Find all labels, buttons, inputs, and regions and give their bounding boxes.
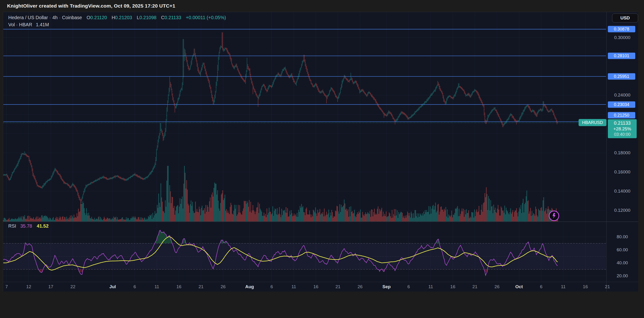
rsi-tick-label: 60.00 bbox=[606, 247, 638, 252]
price-tick-label: 0.18000 bbox=[606, 150, 638, 155]
legend-symbol: Hedera / US Dollar bbox=[8, 15, 48, 20]
time-tick-label: 6 bbox=[270, 284, 273, 289]
ohlc-change-value: +0.00011 (+0.05%) bbox=[182, 15, 226, 20]
time-tick-label: 17 bbox=[48, 284, 53, 289]
legend-separator: · bbox=[58, 15, 62, 20]
rsi-ma-value: 41.52 bbox=[34, 223, 49, 229]
price-tick-label: 0.14000 bbox=[606, 189, 638, 194]
rsi-legend: RSI 35.78 41.52 bbox=[8, 223, 49, 229]
time-tick-label: 22 bbox=[70, 284, 75, 289]
time-tick-label: 26 bbox=[221, 284, 226, 289]
price-tick-label: 0.16000 bbox=[606, 170, 638, 175]
currency-toggle-button[interactable]: USD bbox=[612, 14, 638, 23]
time-tick-label: 21 bbox=[198, 284, 204, 289]
chart-widget[interactable]: Hedera / US Dollar·4h·Coinbase O0.21120 … bbox=[3, 12, 638, 291]
candle-countdown: 03:40:00 bbox=[608, 132, 637, 137]
time-tick-label: 6 bbox=[540, 284, 542, 289]
ohlc-low-label: L bbox=[134, 15, 140, 20]
time-tick-label: 16 bbox=[176, 284, 182, 289]
ohlc-close-label: C bbox=[158, 15, 164, 20]
price-chart-svg[interactable] bbox=[3, 12, 638, 292]
ohlc-open-value: 0.21120 bbox=[90, 15, 107, 20]
footer-bar: TradingView bbox=[0, 291, 644, 318]
volume-label: Vol · HBAR bbox=[8, 22, 32, 27]
legend-interval[interactable]: 4h bbox=[52, 15, 58, 20]
time-axis[interactable]: 7121722Jul611162126Aug611162126Sep611162… bbox=[3, 282, 638, 292]
time-tick-label: 11 bbox=[154, 284, 159, 289]
page: KnightOliver created with TradingView.co… bbox=[0, 0, 644, 318]
time-tick-label: 11 bbox=[561, 284, 566, 289]
volume-value: 1.41M bbox=[34, 22, 49, 27]
time-tick-label: Aug bbox=[245, 284, 254, 289]
time-tick-label: 11 bbox=[292, 284, 296, 289]
price-tick-label: 0.30000 bbox=[606, 35, 638, 40]
time-tick-label: 16 bbox=[583, 284, 588, 289]
last-price-box: 0.21133 +28.25% 03:40:00 bbox=[608, 119, 637, 138]
time-tick-label: Sep bbox=[382, 284, 391, 289]
ohlc-high-label: H bbox=[108, 15, 115, 20]
time-tick-label: 6 bbox=[134, 284, 136, 289]
legend-exchange: Coinbase bbox=[62, 15, 82, 20]
symbol-legend: Hedera / US Dollar·4h·Coinbase O0.21120 … bbox=[8, 15, 226, 20]
attribution-bar: KnightOliver created with TradingView.co… bbox=[7, 0, 175, 12]
ohlc-close-value: 0.21133 bbox=[164, 15, 181, 20]
lightning-button[interactable] bbox=[549, 211, 559, 221]
lightning-bolt-icon bbox=[552, 213, 556, 219]
ohlc-high-value: 0.21203 bbox=[115, 15, 132, 20]
price-tick-label: 0.12000 bbox=[606, 208, 638, 213]
time-tick-label: 16 bbox=[313, 284, 318, 289]
price-tick-label: 0.24000 bbox=[606, 92, 638, 98]
time-tick-label: 21 bbox=[472, 284, 478, 289]
rsi-tick-label: 80.00 bbox=[606, 234, 638, 239]
volume-legend: Vol · HBAR 1.41M bbox=[8, 22, 49, 28]
ohlc-low-value: 0.21098 bbox=[140, 15, 156, 20]
ohlc-open-label: O bbox=[84, 15, 90, 20]
time-tick-label: 21 bbox=[336, 284, 340, 289]
time-tick-label: 6 bbox=[407, 284, 410, 289]
legend-separator: · bbox=[48, 15, 52, 20]
last-change-pct: +28.25% bbox=[608, 126, 637, 132]
attribution-text: KnightOliver created with TradingView.co… bbox=[7, 3, 175, 9]
price-level-badge: 0.30878 bbox=[608, 26, 635, 32]
symbol-price-tag: HBARUSD bbox=[578, 119, 606, 126]
time-tick-label: 12 bbox=[26, 284, 31, 289]
price-level-badge: 0.23034 bbox=[608, 101, 635, 108]
price-level-badge: 0.21250 bbox=[608, 112, 635, 118]
rsi-name: RSI bbox=[8, 223, 16, 229]
price-axis[interactable]: USD 0.300000.240000.180000.160000.140000… bbox=[606, 12, 638, 282]
time-tick-label: 26 bbox=[358, 284, 362, 289]
time-tick-label: 11 bbox=[428, 284, 433, 289]
rsi-value: 35.78 bbox=[18, 223, 32, 229]
rsi-tick-label: 40.00 bbox=[606, 260, 638, 265]
time-tick-label: 7 bbox=[6, 284, 8, 289]
rsi-tick-label: 20.00 bbox=[606, 273, 638, 278]
price-level-badge: 0.28101 bbox=[608, 53, 635, 59]
price-level-badge: 0.25951 bbox=[608, 73, 635, 80]
time-tick-label: 16 bbox=[450, 284, 455, 289]
time-tick-label: 21 bbox=[605, 284, 610, 289]
time-tick-label: Oct bbox=[515, 284, 523, 289]
time-tick-label: 26 bbox=[494, 284, 500, 289]
time-tick-label: Jul bbox=[110, 284, 116, 289]
last-price: 0.21133 bbox=[608, 120, 637, 126]
